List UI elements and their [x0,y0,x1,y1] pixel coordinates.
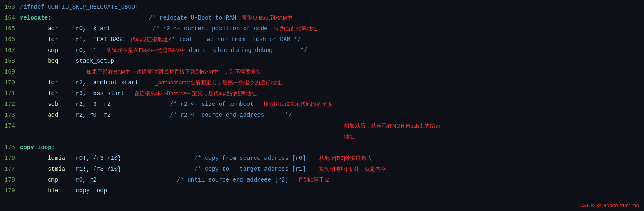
ann-174b: 地址 [344,132,355,142]
line-content-169: 如果已经在RAM中（这通常时调试时直接下载到RAM中），则不需要复制 [20,67,644,77]
code-173-kw: add [20,110,58,120]
code-173-reg: r2, r0, r2 [58,110,110,120]
code-line-171: 171 ldr r3, _bss_start 在连接脚本U-Boot.lds中定… [0,88,644,99]
line-content-170: ldr r2, _armboot_start _armboot start在前面… [20,78,644,88]
code-line-165: 165 adr r0, _start /* r0 <- current posi… [0,23,644,34]
code-167-reg: r0, r1 [58,45,103,55]
code-164-comment: /* relocate U-Boot to RAM [51,13,240,23]
line-content-171: ldr r3, _bss_start 在连接脚本U-Boot.lds中定义，是代… [20,88,644,98]
ann-169: 如果已经在RAM中（这通常时调试时直接下载到RAM中），则不需要复制 [86,67,262,77]
code-176-comment: /* copy from source address [r0] [121,153,316,163]
watermark: CSDN @Please trust me [579,202,639,209]
code-166-comment: /* test if we run from flash or RAM */ [168,34,301,44]
code-container: 163 #ifndef CONFIG_SKIP_RELOCATE_UBOOT 1… [0,0,644,211]
line-content-167: cmp r0, r1 测试现在是在Flash中还是RAM中 don't relo… [20,45,644,55]
line-num-177: 177 [0,164,20,174]
line-num-174: 174 [0,121,20,131]
line-content-176: ldmia r0!, {r3-r10} /* copy from source … [20,153,644,163]
line-content-179: ble copy_loop [20,186,644,196]
code-line-178: 178 cmp r0, r2 /* until source end addre… [0,174,644,185]
code-165-comment: /* r0 <- current position of code [110,24,271,34]
line-content-178: cmp r0, r2 /* until source end addreee [… [20,175,644,185]
ann-178: 直到r0等于r2 [298,175,329,185]
code-166-kw: ldr [20,34,58,44]
code-line-168: 168 beq stack_setup [0,56,644,66]
line-num-171: 171 [0,88,20,98]
ann-166a: 代码段连接地址 [130,34,168,44]
code-173-comment: /* r2 <- source end address */ [110,110,292,120]
line-content-166: ldr r1, _TEXT_BASE 代码段连接地址 /* test if we… [20,34,644,44]
code-163-text: #ifndef CONFIG_SKIP_RELOCATE_UBOOT [20,2,139,12]
code-171-kw: ldr [20,88,58,98]
code-172-kw: sub [20,99,58,109]
code-179-reg: copy_loop [58,186,107,196]
line-num-170: 170 [0,78,20,88]
code-line-174b: 174 地址 [0,131,644,142]
line-num-166: 166 [0,34,20,44]
code-172-reg: r2, r3, r2 [58,99,110,109]
line-num-179: 179 [0,186,20,196]
code-178-reg: r0, r2 [58,175,96,185]
line-num-163: 163 [0,2,20,12]
code-165-reg: r0, _start [58,24,110,34]
line-num-178: 178 [0,175,20,185]
code-line-175: 175 copy_loop: [0,142,644,153]
code-line-176: 176 ldmia r0!, {r3-r10} /* copy from sou… [0,153,644,164]
code-177-comment: /* copy to target address [r1] [121,164,316,174]
line-num-165: 165 [0,24,20,34]
line-num-175: 175 [0,142,20,152]
code-178-comment: /* until source end addreee [r2] [97,175,296,185]
code-164-label: relocate: [20,13,51,23]
line-num-176: 176 [0,153,20,163]
code-168-reg: stack_setup [58,56,114,66]
line-content-174b: 地址 [20,132,644,142]
code-line-172: 172 sub r2, r3, r2 /* r2 <- size of armb… [0,99,644,110]
code-line-170: 170 ldr r2, _armboot_start _armboot star… [0,77,644,88]
line-content-168: beq stack_setup [20,56,644,66]
code-177-kw: stmia [20,164,65,174]
line-content-163: #ifndef CONFIG_SKIP_RELOCATE_UBOOT [20,2,644,12]
code-176-reg: r0!, {r3-r10} [65,153,121,163]
code-line-173: 173 add r2, r0, r2 /* r2 <- source end a… [0,110,644,120]
ann-172: 相减以后r2表示代码段的长度 [263,99,333,109]
line-num-173: 173 [0,110,20,120]
code-165-kw: adr [20,24,58,34]
ann-170: _armboot start在前面定义，是第一条指令的运行地址。 [155,78,287,88]
code-179-kw: ble [20,186,58,196]
line-content-173: add r2, r0, r2 /* r2 <- source end addre… [20,110,644,120]
code-167-kw: cmp [20,45,58,55]
line-content-164: relocate: /* relocate U-Boot to RAM 复制U-… [20,13,644,23]
line-content-172: sub r2, r3, r2 /* r2 <- size of armboot … [20,99,644,109]
code-170-kw: ldr [20,78,58,88]
line-content-175: copy_loop: [20,142,644,152]
code-line-164: 164 relocate: /* relocate U-Boot to RAM … [0,12,644,23]
code-177-reg: r1!, {r3-r10} [65,164,121,174]
code-line-163: 163 #ifndef CONFIG_SKIP_RELOCATE_UBOOT [0,2,644,12]
code-168-kw: beq [20,56,58,66]
ann-177: 复制到地址[r1]处，就是内存 [319,164,386,174]
code-176-kw: ldmia [20,153,65,163]
ann-176: 从地址[R0]处获取数去 [319,153,372,163]
line-num-167: 167 [0,45,20,55]
line-num-172: 172 [0,99,20,109]
code-172-comment: /* r2 <- size of armboot [110,99,260,109]
ann-164: 复制U-Boot到RAM中 [242,13,292,23]
code-171-reg: r3, _bss_start [58,88,131,98]
ann-174a: 相加以后，就表示在NOR Flash上的结束 [344,121,441,131]
line-content-174: 相加以后，就表示在NOR Flash上的结束 [20,121,644,131]
line-num-169: 169 [0,67,20,77]
ann-167: 测试现在是在Flash中还是RAM中 [106,45,186,55]
line-content-177: stmia r1!, {r3-r10} /* copy to target ad… [20,164,644,174]
line-num-164: 164 [0,13,20,23]
code-line-169: 169 如果已经在RAM中（这通常时调试时直接下载到RAM中），则不需要复制 [0,66,644,77]
code-line-166: 166 ldr r1, _TEXT_BASE 代码段连接地址 /* test i… [0,34,644,45]
code-170-reg: r2, _armboot_start [58,78,152,88]
code-175-label: copy_loop: [20,142,55,152]
code-line-177: 177 stmia r1!, {r3-r10} /* copy to targe… [0,164,644,174]
line-num-168: 168 [0,56,20,66]
code-line-179: 179 ble copy_loop [0,185,644,196]
ann-165: r0 为当前代码地址 [274,24,318,34]
code-167-comment: don't reloc during debug */ [185,45,307,55]
code-178-kw: cmp [20,175,58,185]
code-166-reg: r1, _TEXT_BASE [58,34,128,44]
